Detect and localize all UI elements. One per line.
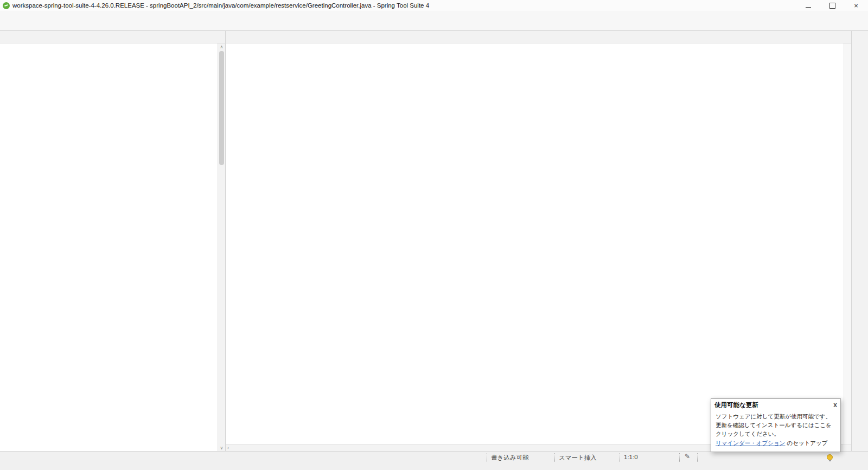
notification-lightbulb-icon[interactable] [827,454,833,460]
scroll-up-icon[interactable]: ∧ [218,43,225,50]
title-bar: workspace-spring-tool-suite-4-4.26.0.REL… [0,0,868,11]
main-area: ∧ ∨ ‹ [0,31,868,451]
notification-line1: ソフトウェアに対して更新が使用可能です。 [716,413,831,420]
maximize-window-button[interactable] [820,0,844,11]
project-explorer-tree[interactable]: ∧ ∨ [0,43,225,451]
editor-tab-bar [226,31,851,43]
menu-bar [0,11,868,20]
left-panel: ∧ ∨ [0,31,226,451]
notification-title: 使用可能な更新 [714,401,758,409]
close-window-button[interactable]: × [844,0,868,11]
window-title: workspace-spring-tool-suite-4-4.26.0.REL… [12,2,429,9]
view-tab-bar [0,31,225,43]
spring-leaf-icon [3,2,10,9]
scroll-left-icon[interactable]: ‹ [227,446,229,450]
editor-area: ‹ [226,31,851,451]
notification-line2: 更新を確認してインストールするにはここをクリックしてください。 [716,422,832,437]
insert-mode-status[interactable]: スマート挿入 [559,454,597,462]
main-toolbar [0,20,868,31]
scroll-down-icon[interactable]: ∨ [218,444,225,451]
notification-link-suffix: のセットアップ [785,440,827,446]
cursor-position: 1:1:0 [624,454,638,460]
status-bar: 書き込み可能 スマート挿入 1:1:0 ✎ [0,451,868,470]
notification-close-icon[interactable]: x [833,402,837,408]
writable-status: 書き込み可能 [491,454,529,462]
scrollbar-thumb[interactable] [219,51,224,165]
minimize-window-button[interactable] [796,0,820,11]
tree-vertical-scrollbar[interactable]: ∧ ∨ [218,43,225,451]
overview-ruler[interactable] [844,43,851,444]
code-editor[interactable] [226,43,844,444]
edit-pen-icon[interactable]: ✎ [685,453,690,460]
minimized-views-bar [851,31,868,451]
reminder-options-link[interactable]: リマインダー・オプション [716,440,785,446]
window-controls: × [796,0,868,11]
update-notification-popup: 使用可能な更新 x ソフトウェアに対して更新が使用可能です。 更新を確認してイン… [711,398,841,452]
